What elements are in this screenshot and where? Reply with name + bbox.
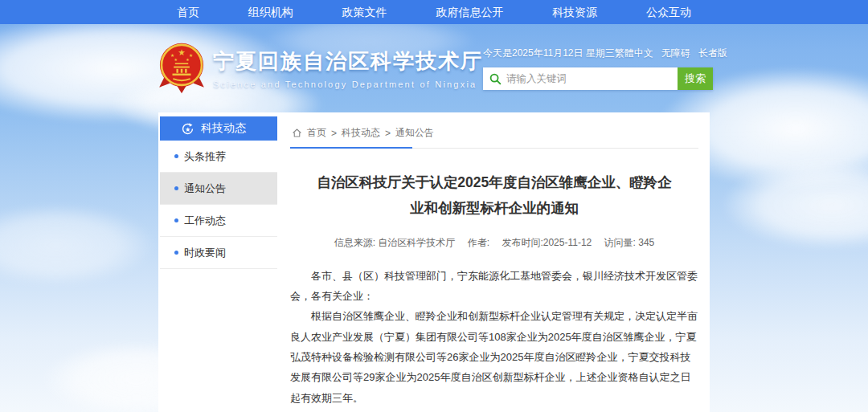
sidebar-item-label: 头条推荐	[184, 149, 226, 164]
breadcrumb-home[interactable]: 首页	[307, 126, 326, 140]
nav-item-home[interactable]: 首页	[169, 0, 207, 24]
article-author: 作者:	[468, 237, 489, 248]
nav-item-gov-info-disclosure[interactable]: 政府信息公开	[428, 0, 511, 24]
tech-news-icon: ★	[181, 122, 194, 136]
breadcrumb-section[interactable]: 科技动态	[342, 126, 380, 140]
svg-text:★: ★	[174, 58, 178, 62]
nav-item-tech-resources[interactable]: 科技资源	[544, 0, 605, 24]
bullet-icon	[174, 186, 178, 190]
sidebar-item-label: 通知公告	[184, 182, 226, 196]
cloud-decoration	[0, 205, 153, 285]
article-publish-time: 发布时间:2025-11-12	[502, 237, 592, 248]
article-paragraph: 根据自治区雏鹰企业、瞪羚企业和创新型标杆企业认定管理有关规定，决定认定半亩良人农…	[290, 306, 698, 408]
elder-version-link[interactable]: 长者版	[698, 47, 727, 60]
site-subtitle: Science and Technology Department of Nin…	[213, 80, 483, 89]
accessibility-link[interactable]: 无障碍	[661, 47, 690, 60]
breadcrumb-separator: >	[385, 128, 391, 139]
breadcrumb-separator: >	[331, 128, 337, 139]
svg-text:★: ★	[189, 53, 193, 58]
site-header: ★ ★ ★ ★ ★ 宁夏回族自治区科学技术厅 Science and Techn…	[0, 24, 868, 112]
article-visit-count: 访问量: 345	[604, 237, 655, 248]
sidebar-item-current-politics[interactable]: 时政要闻	[160, 237, 277, 269]
sidebar: ★ 科技动态 头条推荐 通知公告 工作动态 时政要闻	[160, 116, 277, 412]
svg-text:★: ★	[170, 53, 174, 58]
sidebar-item-label: 工作动态	[184, 214, 226, 228]
svg-text:★: ★	[185, 125, 190, 133]
article-body: 各市、县（区）科技管理部门，宁东能源化工基地管委会，银川经济技术开发区管委会，各…	[290, 266, 698, 408]
article-paragraph: 各市、县（区）科技管理部门，宁东能源化工基地管委会，银川经济技术开发区管委会，各…	[290, 266, 698, 307]
bullet-icon	[174, 154, 178, 158]
article-meta: 信息来源: 自治区科学技术厅 作者: 发布时间:2025-11-12 访问量: …	[290, 236, 698, 250]
site-title: 宁夏回族自治区科学技术厅	[213, 47, 483, 75]
breadcrumb: 首页 > 科技动态 > 通知公告	[290, 121, 698, 149]
quick-links: 繁體中文 无障碍 长者版	[615, 47, 727, 60]
cloud-decoration	[723, 161, 868, 249]
nav-item-policy-documents[interactable]: 政策文件	[334, 0, 395, 24]
national-emblem-logo: ★ ★ ★ ★ ★	[158, 43, 205, 94]
sidebar-item-headlines[interactable]: 头条推荐	[160, 141, 277, 173]
bullet-icon	[174, 218, 178, 222]
brand-text: 宁夏回族自治区科学技术厅 Science and Technology Depa…	[213, 47, 483, 89]
current-date-text: 今天是2025年11月12日 星期三	[483, 47, 615, 60]
sidebar-header: ★ 科技动态	[160, 116, 277, 141]
sidebar-item-work-updates[interactable]: 工作动态	[160, 205, 277, 237]
sidebar-title: 科技动态	[201, 121, 246, 136]
sidebar-item-label: 时政要闻	[184, 246, 226, 260]
sidebar-menu: 头条推荐 通知公告 工作动态 时政要闻	[160, 141, 277, 269]
nav-item-public-interaction[interactable]: 公众互动	[638, 0, 699, 24]
site-brand[interactable]: ★ ★ ★ ★ ★ 宁夏回族自治区科学技术厅 Science and Techn…	[158, 43, 483, 94]
top-navigation: 首页 组织机构 政策文件 政府信息公开 科技资源 公众互动	[0, 0, 868, 24]
search-icon	[489, 73, 502, 85]
content-area: 首页 > 科技动态 > 通知公告 自治区科技厅关于认定2025年度自治区雏鹰企业…	[277, 116, 710, 412]
svg-text:★: ★	[178, 47, 186, 57]
svg-text:★: ★	[186, 58, 190, 62]
bullet-icon	[174, 251, 178, 255]
header-right: 今天是2025年11月12日 星期三 繁體中文 无障碍 长者版	[483, 47, 713, 90]
search-input[interactable]	[506, 73, 671, 84]
home-icon	[292, 128, 302, 138]
main-container: ★ 科技动态 头条推荐 通知公告 工作动态 时政要闻	[158, 112, 710, 412]
sidebar-item-notices[interactable]: 通知公告	[160, 173, 277, 205]
nav-item-organization[interactable]: 组织机构	[240, 0, 301, 24]
search-button[interactable]: 搜索	[678, 67, 713, 90]
article-source: 信息来源: 自治区科学技术厅	[334, 237, 456, 248]
breadcrumb-current: 通知公告	[395, 126, 434, 140]
traditional-chinese-link[interactable]: 繁體中文	[615, 47, 653, 60]
search-bar: 搜索	[483, 67, 713, 90]
article-title: 自治区科技厅关于认定2025年度自治区雏鹰企业、瞪羚企业和创新型标杆企业的通知	[313, 169, 676, 222]
